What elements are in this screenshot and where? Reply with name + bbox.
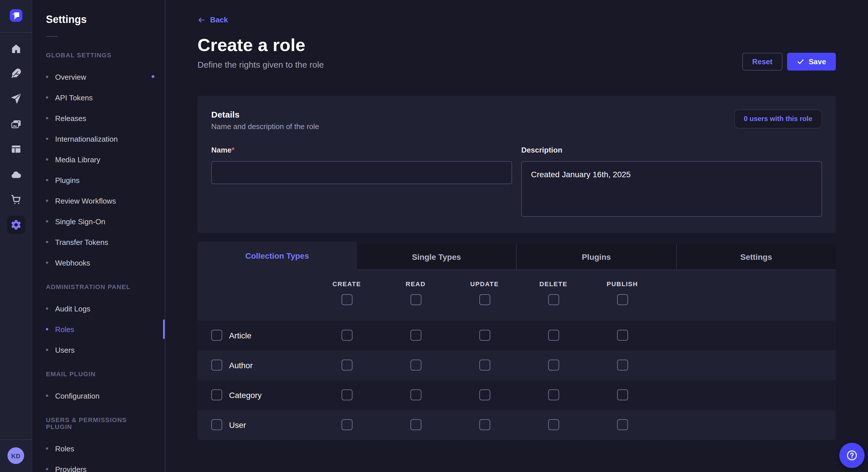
table-row-category: Category <box>197 380 836 410</box>
permission-update-checkbox[interactable] <box>479 360 490 370</box>
subnav-item-overview[interactable]: Overview <box>32 67 165 87</box>
subnav-title: Settings <box>32 0 165 26</box>
bullet-icon <box>46 447 48 450</box>
row-label: Category <box>229 390 262 400</box>
content-type-builder-icon[interactable] <box>0 68 32 79</box>
subnav-item-review-workflows[interactable]: Review Workflows <box>32 191 165 211</box>
settings-gear-icon[interactable] <box>7 216 25 234</box>
home-icon[interactable] <box>0 43 32 55</box>
select-row-checkbox[interactable] <box>211 360 222 370</box>
permission-read-checkbox[interactable] <box>410 390 421 400</box>
help-button[interactable] <box>839 443 865 468</box>
subnav-item-roles-admin[interactable]: Roles <box>32 319 165 339</box>
description-textarea[interactable]: Created January 16th, 2025 <box>521 161 822 216</box>
select-all-update-checkbox[interactable] <box>479 294 490 305</box>
users-with-role-button[interactable]: 0 users with this role <box>734 109 822 128</box>
main-nav-rail: KD <box>0 0 32 472</box>
column-header-delete: DELETE <box>539 280 567 287</box>
marketplace-icon[interactable] <box>0 194 32 205</box>
permission-delete-checkbox[interactable] <box>548 360 559 370</box>
subnav-item-webhooks[interactable]: Webhooks <box>32 252 165 273</box>
permission-read-checkbox[interactable] <box>410 360 421 370</box>
subnav-item-label: Configuration <box>55 392 100 400</box>
name-input[interactable] <box>211 161 512 184</box>
table-row-author: Author <box>197 350 836 380</box>
deploy-icon[interactable] <box>0 93 32 104</box>
subnav-item-releases[interactable]: Releases <box>32 108 165 129</box>
arrow-left-icon <box>197 16 206 24</box>
subnav-item-plugins[interactable]: Plugins <box>32 170 165 191</box>
permission-update-checkbox[interactable] <box>479 390 490 400</box>
column-header-publish: PUBLISH <box>607 280 638 287</box>
subnav-item-label: Audit Logs <box>55 304 90 313</box>
subnav-item-users[interactable]: Users <box>32 339 165 360</box>
permission-update-checkbox[interactable] <box>479 419 490 430</box>
permission-create-checkbox[interactable] <box>341 390 352 400</box>
select-all-publish-checkbox[interactable] <box>617 294 628 305</box>
table-row-article: Article <box>197 320 836 350</box>
details-subtitle: Name and description of the role <box>211 122 319 131</box>
permission-create-checkbox[interactable] <box>341 360 352 370</box>
subnav-item-audit-logs[interactable]: Audit Logs <box>32 298 165 319</box>
subnav-item-roles-up[interactable]: Roles <box>32 438 165 459</box>
media-library-icon[interactable] <box>0 119 32 130</box>
tab-plugins[interactable]: Plugins <box>516 244 676 270</box>
subnav-item-single-sign-on[interactable]: Single Sign-On <box>32 211 165 232</box>
strapi-logo[interactable] <box>10 9 22 22</box>
permission-delete-checkbox[interactable] <box>548 330 559 341</box>
section-global-settings: GLOBAL SETTINGS Overview API Tokens Rele… <box>32 52 165 273</box>
permission-publish-checkbox[interactable] <box>617 419 628 430</box>
permission-read-checkbox[interactable] <box>410 330 421 341</box>
subnav-item-label: Single Sign-On <box>55 217 105 226</box>
tab-single-types[interactable]: Single Types <box>357 244 516 270</box>
back-link[interactable]: Back <box>197 15 228 24</box>
bullet-icon <box>46 179 48 181</box>
bullet-icon <box>46 138 48 140</box>
subnav-item-label: Internationalization <box>55 134 118 143</box>
permission-update-checkbox[interactable] <box>479 330 490 341</box>
permission-publish-checkbox[interactable] <box>617 390 628 400</box>
select-all-read-checkbox[interactable] <box>410 294 421 305</box>
bullet-icon <box>46 328 48 330</box>
select-row-checkbox[interactable] <box>211 330 222 341</box>
section-users-permissions-plugin: USERS & PERMISSIONS PLUGIN Roles Provide… <box>32 416 165 472</box>
content-manager-icon[interactable] <box>0 143 32 155</box>
subnav-item-label: Users <box>55 345 74 354</box>
permission-create-checkbox[interactable] <box>341 330 352 341</box>
permission-delete-checkbox[interactable] <box>548 390 559 400</box>
save-button[interactable]: Save <box>787 53 836 70</box>
cloud-icon[interactable] <box>0 169 32 181</box>
permission-publish-checkbox[interactable] <box>617 360 628 370</box>
permission-publish-checkbox[interactable] <box>617 330 628 341</box>
select-all-create-checkbox[interactable] <box>341 294 352 305</box>
column-header-create: CREATE <box>332 280 361 287</box>
permission-create-checkbox[interactable] <box>341 419 352 430</box>
select-row-checkbox[interactable] <box>211 390 222 400</box>
table-row-user: User <box>197 410 836 440</box>
strapi-admin: KD Settings GLOBAL SETTINGS Overview API… <box>0 0 868 472</box>
bullet-icon <box>46 200 48 202</box>
subnav-item-api-tokens[interactable]: API Tokens <box>32 87 165 108</box>
subnav-item-internationalization[interactable]: Internationalization <box>32 129 165 149</box>
back-label: Back <box>210 15 228 24</box>
bullet-icon <box>46 349 48 351</box>
subnav-item-transfer-tokens[interactable]: Transfer Tokens <box>32 232 165 252</box>
subnav-item-providers[interactable]: Providers <box>32 459 165 472</box>
select-row-checkbox[interactable] <box>211 419 222 430</box>
rail-divider <box>0 439 32 440</box>
bullet-icon <box>46 262 48 264</box>
reset-button[interactable]: Reset <box>742 53 782 70</box>
permission-read-checkbox[interactable] <box>410 419 421 430</box>
subnav-item-media-library[interactable]: Media Library <box>32 149 165 170</box>
subnav-item-label: Transfer Tokens <box>55 238 108 246</box>
section-heading: ADMINISTRATION PANEL <box>46 283 151 290</box>
tab-collection-types[interactable]: Collection Types <box>197 241 357 270</box>
select-all-delete-checkbox[interactable] <box>548 294 559 305</box>
permission-delete-checkbox[interactable] <box>548 419 559 430</box>
tab-settings[interactable]: Settings <box>676 244 836 270</box>
subnav-item-configuration[interactable]: Configuration <box>32 385 165 406</box>
bullet-icon <box>46 117 48 119</box>
column-header-update: UPDATE <box>470 280 499 287</box>
subnav-item-label: Webhooks <box>55 258 90 267</box>
user-avatar[interactable]: KD <box>7 447 24 464</box>
